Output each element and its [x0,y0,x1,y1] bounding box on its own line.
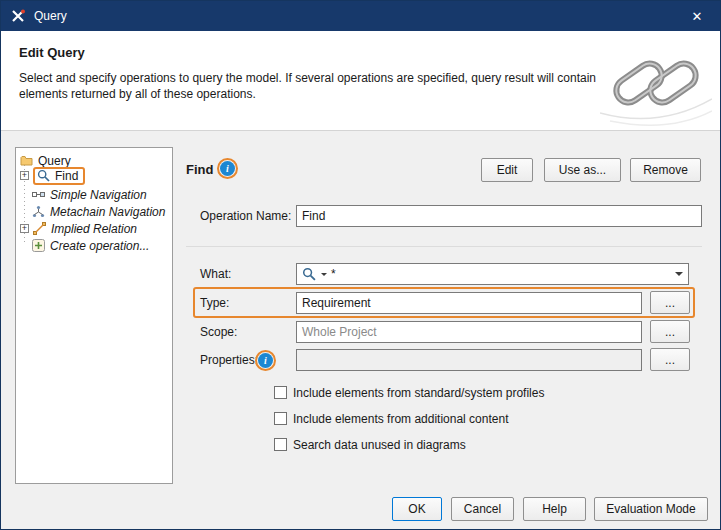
remove-button[interactable]: Remove [630,158,701,182]
info-icon[interactable]: i [220,161,235,176]
magnifier-icon [37,169,50,182]
tree-item-find[interactable]: + Find [16,167,172,184]
properties-input[interactable] [296,349,642,371]
title-bar: Query ✕ [1,1,720,31]
tree-root-label: Query [36,154,73,168]
operations-tree: Query + Find Simple Navigation Metachain… [15,147,173,484]
properties-more-button[interactable]: ... [650,348,690,371]
expand-icon[interactable]: + [20,171,29,180]
what-label: What: [200,263,231,285]
info-icon[interactable]: i [258,353,273,368]
description-line2: elements returned by all of these operat… [19,87,256,101]
scope-input[interactable]: Whole Project [296,321,642,343]
tree-item-metachain-navigation[interactable]: Metachain Navigation [16,203,172,220]
what-value: * [331,267,336,281]
search-unused-data-checkbox[interactable] [274,438,287,451]
tree-item-label: Simple Navigation [48,188,149,202]
tree-item-label: Implied Relation [49,222,139,236]
close-icon: ✕ [692,9,703,24]
include-additional-content-label: Include elements from additional content [293,412,508,426]
metachain-navigation-icon [32,205,45,218]
tree-item-simple-navigation[interactable]: Simple Navigation [16,186,172,203]
properties-label: Properties: [200,349,258,371]
tree-item-label: Find [53,169,80,183]
chevron-down-icon[interactable] [670,265,687,283]
cancel-button[interactable]: Cancel [451,497,514,521]
expand-icon[interactable]: + [20,224,29,233]
type-input[interactable]: Requirement [296,292,642,314]
search-icon [302,267,316,281]
type-more-button[interactable]: ... [650,291,690,314]
tree-item-implied-relation[interactable]: + Implied Relation [16,220,172,237]
scope-label: Scope: [200,321,237,343]
detail-title: Find [186,162,213,177]
search-options-arrow-icon[interactable] [321,273,327,276]
include-standard-profiles-label: Include elements from standard/system pr… [293,386,544,400]
app-logo-icon [10,8,26,24]
query-dialog: Query ✕ Edit Query Select and specify op… [0,0,721,530]
description-line1: Select and specify operations to query t… [19,71,596,85]
simple-navigation-icon [32,188,45,201]
evaluation-mode-button[interactable]: Evaluation Mode [594,497,708,521]
implied-relation-icon [33,222,46,235]
type-label: Type: [200,292,229,314]
tree-item-create-operation[interactable]: Create operation... [16,237,172,254]
create-operation-plus-icon [32,239,45,252]
close-button[interactable]: ✕ [674,1,720,31]
scope-more-button[interactable]: ... [650,320,690,343]
chain-illustration-icon [600,43,712,127]
use-as-button[interactable]: Use as... [544,158,621,182]
tree-item-label: Create operation... [48,239,151,253]
dialog-header: Edit Query Select and specify operations… [1,31,720,131]
section-divider [186,246,702,247]
edit-button[interactable]: Edit [481,158,533,182]
tree-item-label: Metachain Navigation [48,205,167,219]
properties-info-highlight: i [255,350,276,371]
find-selection-highlight: Find [33,167,85,185]
page-title: Edit Query [19,45,85,60]
what-combobox[interactable]: * [296,263,689,285]
operation-name-input[interactable]: Find [296,205,702,227]
query-folder-icon [20,155,33,166]
search-unused-data-label: Search data unused in diagrams [293,438,466,452]
include-additional-content-checkbox[interactable] [274,412,287,425]
operation-name-label: Operation Name: [200,205,291,227]
include-standard-profiles-checkbox[interactable] [274,386,287,399]
help-button[interactable]: Help [523,497,586,521]
ok-button[interactable]: OK [392,497,442,521]
window-title: Query [34,9,67,23]
find-info-highlight: i [217,158,238,179]
